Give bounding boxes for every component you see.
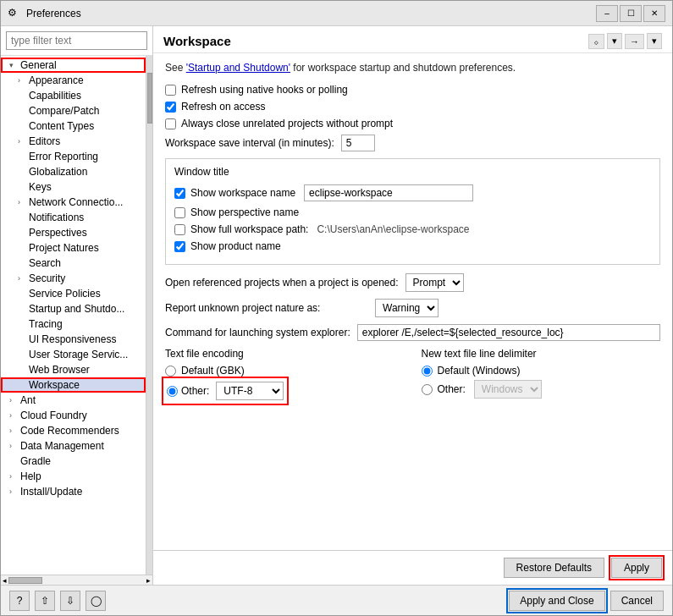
nav-menu-button[interactable]: ▾	[647, 33, 662, 49]
info-button[interactable]: ◯	[86, 591, 106, 611]
tree-item-web-browser[interactable]: Web Browser	[1, 362, 146, 377]
minimize-button[interactable]: –	[596, 5, 618, 22]
refresh-native-checkbox[interactable]	[165, 85, 176, 96]
tree-item-globalization[interactable]: Globalization	[1, 164, 146, 179]
encoding-other-dropdown[interactable]: UTF-8 UTF-16 ISO-8859-1 US-ASCII	[216, 382, 284, 400]
expand-arrow-install: ›	[9, 487, 18, 496]
filter-box	[1, 26, 152, 56]
tree-item-gradle[interactable]: Gradle	[1, 454, 146, 469]
apply-and-close-button[interactable]: Apply and Close	[509, 591, 604, 611]
tree-item-service-policies[interactable]: Service Policies	[1, 286, 146, 301]
tree-item-workspace[interactable]: Workspace	[1, 377, 146, 393]
tree-item-cloud-foundry[interactable]: › Cloud Foundry	[1, 408, 146, 423]
tree-item-general[interactable]: ▾ General	[1, 58, 146, 73]
expand-arrow-general: ▾	[9, 61, 18, 69]
sidebar-scrollbar[interactable]	[146, 56, 152, 575]
refresh-native-row: Refresh using native hooks or polling	[165, 84, 660, 96]
close-button[interactable]: ✕	[643, 5, 665, 22]
import-icon: ⇩	[66, 595, 74, 607]
tree-item-error-reporting[interactable]: Error Reporting	[1, 149, 146, 164]
window-controls: – ☐ ✕	[596, 5, 665, 22]
newline-default-label: Default (Windows)	[438, 365, 521, 377]
report-unknown-dropdown[interactable]: Warning Error Ignore	[375, 299, 439, 317]
save-interval-input[interactable]	[341, 135, 375, 151]
text-encoding-title: Text file encoding	[165, 348, 405, 360]
show-perspective-checkbox[interactable]	[174, 207, 185, 218]
always-close-label: Always close unrelated projects without …	[181, 118, 393, 129]
apply-button[interactable]: Apply	[611, 558, 662, 578]
preferences-window: ⚙ Preferences – ☐ ✕ ▾ General	[0, 0, 673, 616]
expand-arrow-appearance: ›	[18, 76, 26, 85]
newline-other-dropdown[interactable]: Windows Unix Mac	[474, 380, 542, 399]
encoding-section: Text file encoding Default (GBK) Other: …	[165, 348, 660, 405]
refresh-access-checkbox[interactable]	[165, 102, 176, 113]
explorer-row: Command for launching system explorer:	[165, 324, 660, 341]
title-bar: ⚙ Preferences – ☐ ✕	[1, 1, 672, 26]
tree-item-appearance[interactable]: › Appearance	[1, 73, 146, 88]
tree-item-data-management[interactable]: › Data Management	[1, 438, 146, 454]
newline-other-radio[interactable]	[422, 384, 433, 395]
refresh-native-label: Refresh using native hooks or polling	[181, 84, 348, 96]
tree-item-code-recommenders[interactable]: › Code Recommenders	[1, 423, 146, 438]
expand-arrow-data: ›	[9, 442, 18, 450]
help-button[interactable]: ?	[9, 591, 30, 611]
window-title-group: Window title Show workspace name Show pe…	[165, 158, 660, 265]
explorer-input[interactable]	[357, 324, 660, 341]
show-product-name-label: Show product name	[190, 240, 281, 252]
expand-arrow-editors: ›	[18, 137, 26, 146]
scroll-left-btn[interactable]: ◂	[3, 576, 7, 585]
tree-item-project-natures[interactable]: Project Natures	[1, 240, 146, 256]
tree-item-help[interactable]: › Help	[1, 469, 146, 484]
open-ref-dropdown[interactable]: Prompt Always Never	[405, 273, 464, 292]
always-close-checkbox[interactable]	[165, 118, 176, 129]
show-workspace-name-checkbox[interactable]	[174, 188, 185, 199]
save-interval-row: Workspace save interval (in minutes):	[165, 135, 660, 151]
tree-item-compare-patch[interactable]: Compare/Patch	[1, 103, 146, 118]
filter-input[interactable]	[6, 31, 147, 50]
encoding-other-row: Other: UTF-8 UTF-16 ISO-8859-1 US-ASCII	[165, 380, 285, 402]
cancel-button[interactable]: Cancel	[610, 591, 664, 611]
tree-item-perspectives[interactable]: Perspectives	[1, 225, 146, 240]
show-workspace-name-label: Show workspace name	[190, 187, 295, 199]
tree-item-ui-responsiveness[interactable]: UI Responsiveness	[1, 332, 146, 347]
horizontal-scrollbar[interactable]: ◂ ▸	[1, 575, 152, 585]
bottom-bar: ? ⇧ ⇩ ◯ Apply and Close Cancel	[1, 585, 672, 615]
tree-item-capabilities[interactable]: Capabilities	[1, 88, 146, 103]
import-button[interactable]: ⇩	[60, 591, 80, 611]
show-full-path-checkbox[interactable]	[174, 224, 185, 235]
tree-item-search[interactable]: Search	[1, 256, 146, 271]
tree-item-keys[interactable]: Keys	[1, 179, 146, 195]
tree-item-notifications[interactable]: Notifications	[1, 210, 146, 225]
scroll-thumb[interactable]	[147, 73, 152, 124]
back-arrow-button[interactable]: ⬦	[588, 34, 604, 49]
tree-item-tracing[interactable]: Tracing	[1, 316, 146, 332]
horiz-scroll-thumb[interactable]	[8, 577, 42, 584]
newline-default-radio[interactable]	[422, 366, 433, 377]
show-product-name-checkbox[interactable]	[174, 241, 185, 252]
export-button[interactable]: ⇧	[35, 591, 55, 611]
tree-item-editors[interactable]: › Editors	[1, 134, 146, 149]
workspace-name-input[interactable]	[304, 184, 473, 201]
tree-item-security[interactable]: › Security	[1, 271, 146, 286]
tree-item-network-connections[interactable]: › Network Connectio...	[1, 195, 146, 210]
content-header: Workspace ⬦ ▾ → ▾	[153, 26, 672, 53]
tree-item-ant[interactable]: › Ant	[1, 393, 146, 408]
tree-item-startup-shutdown[interactable]: Startup and Shutdo...	[1, 301, 146, 316]
encoding-other-radio[interactable]	[167, 386, 178, 397]
restore-defaults-button[interactable]: Restore Defaults	[504, 558, 604, 578]
encoding-default-radio[interactable]	[165, 366, 176, 377]
expand-arrow-cloud: ›	[9, 411, 18, 420]
encoding-default-row: Default (GBK)	[165, 365, 405, 377]
maximize-button[interactable]: ☐	[620, 5, 642, 22]
tree-item-user-storage[interactable]: User Storage Servic...	[1, 347, 146, 362]
expand-arrow-help: ›	[9, 472, 18, 481]
window-title-section-label: Window title	[174, 166, 651, 178]
newline-other-label: Other:	[438, 383, 466, 395]
tree-item-content-types[interactable]: Content Types	[1, 118, 146, 134]
tree-item-install-update[interactable]: › Install/Update	[1, 484, 146, 499]
nav-dropdown-button[interactable]: ▾	[607, 33, 622, 49]
scroll-right-btn[interactable]: ▸	[146, 576, 151, 585]
forward-arrow-button[interactable]: →	[625, 34, 644, 49]
startup-shutdown-link[interactable]: 'Startup and Shutdown'	[186, 62, 290, 74]
encoding-other-label: Other:	[181, 385, 209, 397]
